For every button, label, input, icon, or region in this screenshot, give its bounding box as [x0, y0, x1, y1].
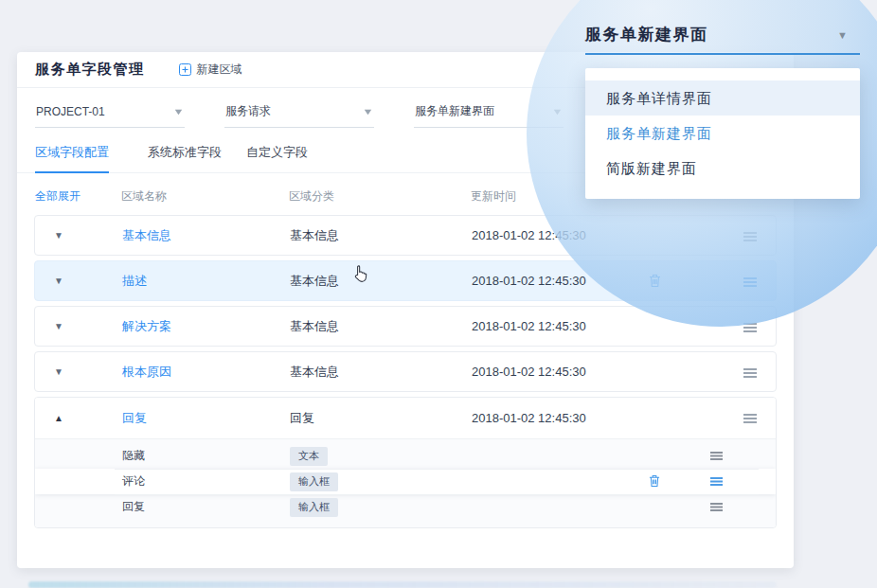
caret-down-icon[interactable]: ▼	[35, 321, 122, 331]
table-row[interactable]: ▲ 回复 回复 2018-01-02 12:45:30	[35, 398, 776, 438]
service-type-select-value: 服务请求	[225, 103, 271, 119]
dropdown-option[interactable]: 服务单详情界面	[585, 80, 860, 116]
decorative-glow	[28, 581, 777, 588]
menu-icon[interactable]	[743, 414, 757, 423]
table-row[interactable]: ▼ 基本信息 基本信息 2018-01-02 12:45:30	[34, 215, 777, 256]
project-select[interactable]: PROJECT-01 ▼	[35, 99, 185, 128]
tab-system-standard-fields[interactable]: 系统标准字段	[148, 135, 222, 172]
dropdown-option[interactable]: 简版新建界面	[585, 151, 860, 186]
trash-icon[interactable]	[649, 474, 660, 488]
magnified-select-underline	[585, 53, 860, 55]
project-select-value: PROJECT-01	[36, 105, 105, 118]
table-row[interactable]: ▼ 解决方案 基本信息 2018-01-02 12:45:30	[34, 306, 777, 347]
row-category: 基本信息	[290, 318, 472, 335]
divider	[115, 494, 759, 495]
row-updated: 2018-01-02 12:45:30	[472, 274, 586, 288]
magnified-dropdown-panel: 服务单详情界面 服务单新建界面 简版新建界面	[585, 68, 860, 199]
row-updated: 2018-01-02 12:45:30	[472, 411, 586, 425]
row-updated: 2018-01-02 12:45:30	[472, 365, 586, 379]
menu-icon[interactable]	[743, 277, 757, 287]
dropdown-option[interactable]: 服务单新建界面	[585, 116, 860, 151]
row-category: 基本信息	[290, 273, 472, 290]
chevron-down-icon[interactable]: ▼	[837, 29, 848, 41]
expand-all-link[interactable]: 全部展开	[35, 188, 121, 205]
menu-icon[interactable]	[743, 368, 757, 378]
menu-icon[interactable]	[743, 323, 757, 332]
service-type-select[interactable]: 服务请求 ▼	[224, 99, 374, 128]
field-type-badge: 文本	[290, 447, 328, 466]
table-row[interactable]: ▼ 根本原因 基本信息 2018-01-02 12:45:30	[34, 351, 777, 392]
field-type-badge: 输入框	[290, 472, 338, 491]
new-area-label: 新建区域	[197, 62, 242, 78]
menu-icon[interactable]	[743, 232, 757, 241]
row-name-link[interactable]: 根本原因	[122, 364, 290, 381]
interface-select-value: 服务单新建界面	[415, 103, 494, 119]
field-sub-list: 隐藏 文本 评论 输入框	[35, 438, 776, 527]
page-title: 服务单字段管理	[35, 61, 145, 79]
field-label: 回复	[122, 499, 290, 515]
field-sub-row[interactable]: 评论 输入框	[35, 469, 776, 494]
chevron-down-icon: ▼	[551, 107, 563, 116]
menu-icon[interactable]	[710, 503, 723, 511]
menu-icon[interactable]	[710, 452, 723, 460]
expanded-row-group: ▲ 回复 回复 2018-01-02 12:45:30 隐藏 文本	[34, 397, 777, 528]
magnified-select-value[interactable]: 服务单新建界面	[585, 24, 708, 45]
table-row[interactable]: ▼ 描述 基本信息 2018-01-02 12:45:30	[34, 260, 777, 301]
row-name-link[interactable]: 回复	[122, 410, 290, 427]
column-header-category: 区域分类	[289, 188, 471, 205]
caret-down-icon[interactable]: ▼	[35, 230, 122, 241]
chevron-down-icon: ▼	[362, 107, 373, 116]
row-name-link[interactable]: 基本信息	[122, 227, 290, 244]
plus-square-icon	[179, 63, 191, 76]
row-updated: 2018-01-02 12:45:30	[472, 319, 586, 333]
column-header-name: 区域名称	[121, 188, 289, 205]
row-category: 回复	[290, 410, 472, 427]
caret-down-icon[interactable]: ▼	[35, 366, 122, 377]
field-label: 隐藏	[122, 448, 290, 464]
trash-icon[interactable]	[649, 274, 661, 288]
field-sub-row[interactable]: 隐藏 文本	[35, 443, 776, 469]
row-updated: 2018-01-02 12:45:30	[472, 228, 586, 242]
row-category: 基本信息	[290, 364, 472, 381]
row-category: 基本信息	[290, 227, 472, 244]
divider	[115, 469, 759, 470]
interface-select[interactable]: 服务单新建界面 ▼	[414, 99, 564, 128]
row-name-link[interactable]: 描述	[122, 273, 290, 290]
screen: 服务单字段管理 新建区域 PROJECT-01 ▼ 服务请求 ▼	[0, 0, 877, 588]
field-label: 评论	[122, 473, 290, 490]
menu-icon[interactable]	[710, 477, 723, 486]
new-area-button[interactable]: 新建区域	[179, 62, 242, 78]
row-name-link[interactable]: 解决方案	[122, 318, 290, 335]
field-type-badge: 输入框	[290, 498, 338, 517]
chevron-down-icon: ▼	[172, 107, 184, 116]
caret-up-icon[interactable]: ▲	[35, 413, 122, 423]
tab-custom-fields[interactable]: 自定义字段	[246, 135, 308, 172]
field-sub-row[interactable]: 回复 输入框	[35, 494, 776, 520]
caret-down-icon[interactable]: ▼	[35, 276, 122, 286]
tab-area-field-config[interactable]: 区域字段配置	[35, 135, 109, 173]
